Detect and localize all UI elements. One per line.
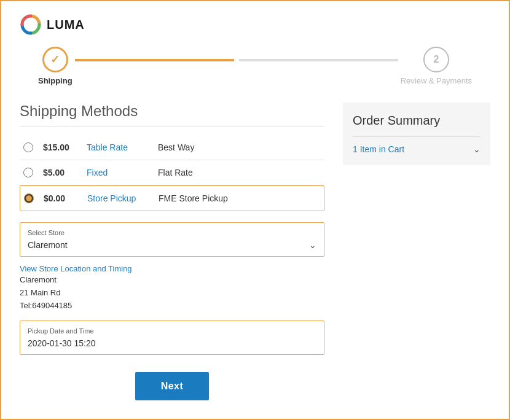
shipping-method-row-1: $15.00 Table Rate Best Way xyxy=(20,135,324,160)
logo-text: LUMA xyxy=(47,18,85,32)
luma-logo-icon xyxy=(20,14,42,36)
logo-area: LUMA xyxy=(20,14,490,36)
store-info: Claremont 21 Main Rd Tel:649044185 xyxy=(20,274,324,312)
check-icon: ✓ xyxy=(50,53,60,66)
next-button[interactable]: Next xyxy=(135,372,210,400)
method-name-3: Store Pickup xyxy=(87,193,149,203)
pickup-date-value[interactable]: 2020-01-30 15:20 xyxy=(28,338,316,348)
step-review-number: 2 xyxy=(433,54,439,65)
step-shipping-label: Shipping xyxy=(38,76,73,85)
step-shipping: ✓ Shipping xyxy=(38,47,73,85)
progress-bar: ✓ Shipping 2 Review & Payments xyxy=(20,47,490,85)
method-name-2: Fixed xyxy=(87,168,148,177)
store-select-value: Claremont xyxy=(28,240,68,250)
cart-item-text: 1 Item in Cart xyxy=(353,144,404,154)
right-panel: Order Summary 1 Item in Cart ⌄ xyxy=(343,103,490,400)
shipping-method-row-3: $0.00 Store Pickup FME Store Pickup xyxy=(20,185,324,211)
content-layout: Shipping Methods $15.00 Table Rate Best … xyxy=(20,103,490,400)
method-price-1: $15.00 xyxy=(43,142,77,152)
progress-line-empty xyxy=(239,59,398,61)
method-desc-2: Flat Rate xyxy=(158,168,193,177)
left-panel: Shipping Methods $15.00 Table Rate Best … xyxy=(20,103,324,400)
store-address: 21 Main Rd xyxy=(20,287,324,300)
chevron-down-icon: ⌄ xyxy=(309,240,316,250)
shipping-radio-3[interactable] xyxy=(24,193,34,203)
pickup-date-label: Pickup Date and Time xyxy=(28,327,316,335)
store-tel: Tel:649044185 xyxy=(20,300,324,313)
progress-line-filled xyxy=(75,59,234,61)
method-desc-1: Best Way xyxy=(158,142,194,152)
order-summary-box: Order Summary 1 Item in Cart ⌄ xyxy=(343,103,490,165)
cart-item-row[interactable]: 1 Item in Cart ⌄ xyxy=(353,144,481,154)
page-wrapper: LUMA ✓ Shipping 2 Review & Payments xyxy=(0,0,510,420)
method-price-3: $0.00 xyxy=(44,193,77,203)
step-review-label: Review & Payments xyxy=(401,76,472,85)
step-review-circle: 2 xyxy=(423,47,449,72)
store-select-row[interactable]: Claremont ⌄ xyxy=(28,240,316,250)
select-store-box: Select Store Claremont ⌄ xyxy=(20,222,324,257)
store-section: Select Store Claremont ⌄ View Store Loca… xyxy=(20,222,324,355)
shipping-radio-2[interactable] xyxy=(23,168,33,177)
order-summary-divider xyxy=(353,136,481,137)
method-desc-3: FME Store Pickup xyxy=(159,193,228,203)
select-store-label: Select Store xyxy=(28,229,316,236)
shipping-radio-1[interactable] xyxy=(23,142,33,152)
cart-chevron-icon: ⌄ xyxy=(473,144,481,154)
shipping-methods-title: Shipping Methods xyxy=(20,103,324,126)
pickup-date-box: Pickup Date and Time 2020-01-30 15:20 xyxy=(20,321,324,355)
method-price-2: $5.00 xyxy=(43,168,77,177)
order-summary-title: Order Summary xyxy=(353,114,481,128)
next-button-area: Next xyxy=(20,372,324,400)
step-review: 2 Review & Payments xyxy=(401,47,472,85)
method-name-1: Table Rate xyxy=(87,142,148,152)
shipping-method-row-2: $5.00 Fixed Flat Rate xyxy=(20,160,324,185)
view-store-link[interactable]: View Store Location and Timing xyxy=(20,264,132,273)
store-name: Claremont xyxy=(20,274,324,287)
step-shipping-circle: ✓ xyxy=(42,47,68,72)
